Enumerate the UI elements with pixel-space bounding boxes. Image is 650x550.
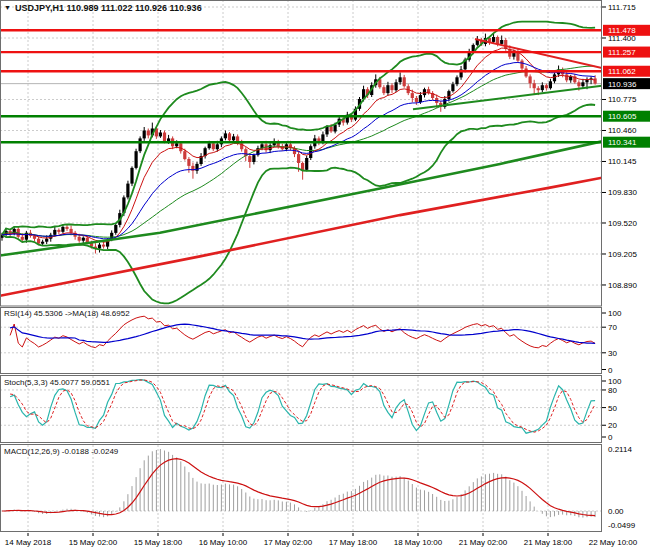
price-axis-label: 110.145: [608, 157, 637, 166]
rsi-axis-label: 0: [608, 366, 613, 375]
chart-canvas[interactable]: 111.715111.400110.775110.460110.145109.8…: [0, 0, 650, 550]
chart-background: [0, 0, 650, 550]
trading-chart-window: 111.715111.400110.775110.460110.145109.8…: [0, 0, 650, 550]
resistance-price-badge-text: 111.478: [608, 26, 636, 35]
resistance-price-badge-text: 111.257: [608, 48, 636, 57]
stoch-axis-label: 100: [608, 377, 622, 386]
price-axis-label: 109.205: [608, 250, 637, 259]
price-axis-label: 109.830: [608, 188, 637, 197]
resistance-price-badge-text: 111.062: [608, 67, 636, 76]
support-price-badge-text: 110.605: [608, 112, 637, 121]
time-axis-label: 18 May 10:00: [394, 538, 443, 547]
time-axis-label: 17 May 02:00: [264, 538, 313, 547]
price-axis-label: 110.460: [608, 126, 637, 135]
time-axis-label: 17 May 18:00: [329, 538, 378, 547]
macd-axis-label: -0.0499: [608, 521, 636, 530]
time-axis-label: 21 May 18:00: [524, 538, 573, 547]
time-axis-label: 21 May 02:00: [459, 538, 508, 547]
macd-axis-label: 0.00: [608, 507, 624, 516]
time-axis-label: 15 May 02:00: [69, 538, 118, 547]
stoch-axis-label: 50: [608, 404, 617, 413]
time-axis-label: 14 May 2018: [5, 538, 52, 547]
rsi-axis-label: 30: [608, 349, 617, 358]
rsi-axis-label: 100: [608, 309, 622, 318]
time-axis-label: 22 May 10:00: [589, 538, 638, 547]
time-axis-label: 15 May 18:00: [134, 538, 183, 547]
current-price-badge-text: 110.936: [608, 80, 637, 89]
macd-axis-label: 0.2114: [608, 445, 632, 454]
stoch-axis-label: 80: [608, 386, 617, 395]
price-axis-label: 110.775: [608, 95, 637, 104]
support-price-badge-text: 110.341: [608, 138, 637, 147]
price-axis-label: 108.890: [608, 281, 637, 290]
stoch-axis-label: 0: [608, 433, 613, 442]
price-axis-label: 111.715: [608, 3, 636, 12]
stoch-axis-label: 20: [608, 421, 617, 430]
time-axis-label: 16 May 10:00: [199, 538, 248, 547]
rsi-axis-label: 70: [608, 323, 617, 332]
price-axis-label: 109.520: [608, 219, 637, 228]
